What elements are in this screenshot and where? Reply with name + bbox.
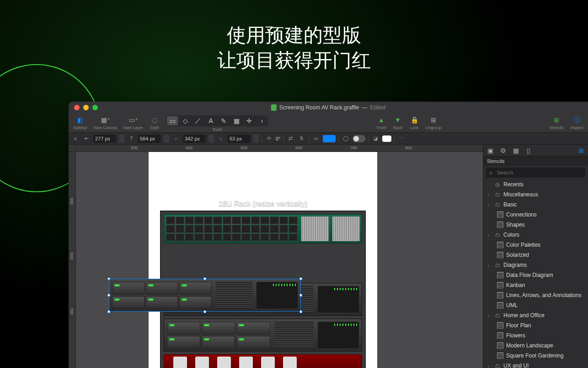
stencil-folder[interactable]: ⌄🗀UX and UI	[483, 361, 588, 368]
close-button[interactable]	[74, 105, 80, 110]
resize-handle[interactable]	[299, 294, 302, 297]
stencils-label: Stencils	[549, 125, 564, 130]
stencil-icon	[497, 352, 503, 359]
new-canvas-label: New Canvas	[94, 125, 117, 130]
panel-tab-stencils-icon[interactable]: ⊞	[577, 146, 585, 155]
grid-tool-icon[interactable]: ▦	[231, 116, 242, 125]
search-input[interactable]	[486, 168, 585, 178]
inspect-icon[interactable]: ⓘ	[572, 115, 582, 124]
w-stepper[interactable]	[208, 135, 214, 143]
front-icon[interactable]: ▲	[376, 115, 386, 124]
stencil-item[interactable]: Shapes	[483, 220, 588, 230]
fill-color-swatch[interactable]	[323, 135, 336, 142]
stencil-folder[interactable]: ⌄🗀Miscellaneous	[483, 189, 588, 200]
resize-handle[interactable]	[107, 310, 110, 313]
resize-handle[interactable]	[203, 310, 206, 313]
stencil-item[interactable]: Connections	[483, 210, 588, 220]
stencil-icon	[497, 252, 503, 258]
recents-item[interactable]: Recents	[483, 179, 588, 189]
resize-handle[interactable]	[107, 277, 110, 280]
clock-icon	[494, 181, 501, 188]
stencil-icon	[497, 342, 503, 349]
h-input[interactable]	[228, 135, 251, 143]
panel-tab-gear-icon[interactable]: ⚙	[499, 146, 507, 155]
align-icon[interactable]: ≡	[71, 135, 80, 143]
y-stepper[interactable]	[164, 135, 169, 143]
stencil-icon	[497, 302, 503, 308]
stencil-icon	[497, 332, 503, 339]
text-tool-icon[interactable]: A	[205, 116, 216, 125]
folder-icon: 🗀	[494, 262, 501, 268]
panel-title: Stencils	[483, 157, 588, 166]
server-stencil[interactable]	[164, 319, 362, 352]
resize-handle[interactable]	[299, 277, 302, 280]
rack-title: 18U Rack (resize vertically)	[160, 200, 366, 208]
stencil-item[interactable]: UML	[483, 300, 588, 310]
new-canvas-icon[interactable]: ▦⁺	[101, 115, 111, 124]
flip-v-icon[interactable]: ⇅	[298, 135, 306, 143]
crosshair-tool-icon[interactable]: ✛	[244, 116, 255, 125]
chevron-down-icon: ⌄	[487, 363, 492, 368]
panel-tab-doc-icon[interactable]: ▯	[524, 146, 533, 155]
inspect-label: Inspect	[570, 125, 583, 130]
stencil-item[interactable]: Data Flow Diagram	[483, 270, 588, 280]
stencil-folder[interactable]: ⌄🗀Basic	[483, 200, 588, 210]
back-label: Back	[393, 125, 402, 130]
shadow-icon[interactable]: ◪	[371, 135, 380, 143]
ungroup-icon[interactable]: ⊞	[428, 115, 438, 124]
patch-panel[interactable]	[164, 214, 362, 244]
selected-server-stencil[interactable]	[109, 279, 301, 312]
vent-icon	[332, 216, 360, 241]
minimize-button[interactable]	[83, 105, 89, 110]
stroke-toggle[interactable]	[353, 135, 365, 142]
panel-tab-library-icon[interactable]: ▣	[486, 146, 494, 155]
stencil-icon	[497, 211, 503, 218]
stencils-icon[interactable]: ⊞	[551, 115, 561, 124]
chevron-down-icon: ⌄	[487, 233, 492, 237]
rotation-value: 0°	[276, 136, 281, 141]
h-stepper[interactable]	[253, 135, 259, 143]
snap-icon[interactable]: ▭	[312, 135, 320, 143]
shape-tool-icon[interactable]: ◇	[180, 116, 191, 125]
x-stepper[interactable]	[119, 135, 124, 143]
x-input[interactable]	[93, 135, 116, 143]
resize-handle[interactable]	[203, 277, 206, 280]
power-strip[interactable]	[164, 354, 362, 368]
ruler-corner	[69, 145, 76, 152]
new-layer-icon[interactable]: ▭⁺	[128, 115, 139, 124]
stencil-folder[interactable]: ⌄🗀Home and Office	[483, 310, 588, 320]
line-tool-icon[interactable]: ／	[192, 116, 203, 125]
stencil-item[interactable]: Kanban	[483, 280, 588, 290]
stencil-item[interactable]: Floor Plan	[483, 320, 588, 330]
pen-tool-icon[interactable]: ✎	[218, 116, 229, 125]
stencil-item[interactable]: Flowers	[483, 330, 588, 341]
stroke-icon[interactable]: ◯	[342, 135, 350, 143]
horizontal-ruler: 300 400 500 600 700 800	[76, 145, 483, 152]
select-tool-icon[interactable]: ▭	[167, 116, 178, 125]
opacity-swatch[interactable]	[382, 135, 391, 142]
resize-handle[interactable]	[107, 294, 110, 297]
stencil-item[interactable]: Modern Landscape	[483, 341, 588, 351]
flip-h-icon[interactable]: ⇄	[287, 135, 295, 143]
lock-icon[interactable]: 🔒	[409, 115, 419, 124]
canvas-area[interactable]: 300 400 500 600 700 800 500 600 700 18U …	[69, 145, 483, 368]
maximize-button[interactable]	[92, 105, 98, 110]
resize-handle[interactable]	[299, 310, 302, 313]
more-tools-icon[interactable]: ›	[257, 116, 267, 125]
stencil-item[interactable]: Solarized	[483, 250, 588, 260]
stencil-item[interactable]: Square Foot Gardening	[483, 351, 588, 361]
tools-label: Tools	[213, 127, 222, 132]
stencil-item[interactable]: Lines, Arrows, and Annotations	[483, 290, 588, 300]
sidebar-toggle-icon[interactable]: ◧	[75, 115, 86, 124]
y-input[interactable]	[138, 135, 161, 143]
stencil-item[interactable]: Color Palettes	[483, 240, 588, 250]
stencil-folder[interactable]: ⌄🗀Diagrams	[483, 260, 588, 270]
stencil-folder[interactable]: ⌄🗀Colors	[483, 230, 588, 240]
w-input[interactable]	[183, 135, 206, 143]
back-icon[interactable]: ▼	[393, 115, 403, 124]
panel-tab-grid-icon[interactable]: ▦	[512, 146, 520, 155]
style-icon[interactable]: ◌	[150, 115, 160, 124]
more-props-icon[interactable]: ⋯	[397, 135, 406, 143]
chevron-down-icon: ⌄	[487, 192, 492, 197]
stencil-icon	[497, 282, 503, 288]
